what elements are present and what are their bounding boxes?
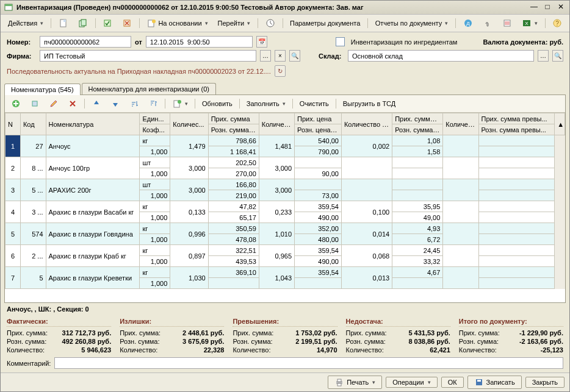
firm-select-button[interactable]: … xyxy=(260,50,271,62)
col-psum[interactable]: Прих. сумма xyxy=(208,113,259,124)
minimize-button[interactable]: — xyxy=(529,3,539,12)
attach-button[interactable] xyxy=(479,16,496,30)
tab-nomenclature-inv[interactable]: Номенклатура для инвентаризации (0) xyxy=(82,83,216,94)
summary-header: Излишки: xyxy=(120,318,224,327)
tabstrip: Номенклатура (545) Номенклатура для инве… xyxy=(1,83,569,94)
svg-rect-3 xyxy=(63,20,66,22)
col-rprice[interactable]: Розн. цена (... xyxy=(295,124,342,135)
plus-icon xyxy=(11,99,21,109)
from-label: от xyxy=(135,38,142,46)
goto-menu[interactable]: Перейти xyxy=(214,18,254,29)
table-row[interactable]: 75Арахис в глазури Креветкикг1,030369,10… xyxy=(5,267,565,278)
calendar-button[interactable]: 📅 xyxy=(256,36,267,48)
delete-row-button[interactable] xyxy=(64,97,81,110)
list-button[interactable] xyxy=(499,16,516,30)
col-rsum-d[interactable]: Розн. сумма ... xyxy=(392,124,443,135)
number-field[interactable] xyxy=(40,36,131,48)
nomenclature-grid: N Код Номенклатура Един... Количес... Пр… xyxy=(5,113,565,289)
print-button[interactable]: Печать xyxy=(328,376,382,389)
main-toolbar: Действия На основании Перейти Параметры … xyxy=(1,15,569,32)
move-down-button[interactable] xyxy=(107,97,124,110)
col-psum-d[interactable]: Прих. сумма ... xyxy=(392,113,443,124)
save-button[interactable]: Записать xyxy=(467,376,522,389)
summary-panel: Фактически:Излишки:Превышения:Недостача:… xyxy=(1,315,569,355)
tab-body: Обновить Заполнить Очистить Выгрузить в … xyxy=(4,94,566,303)
actions-menu[interactable]: Действия xyxy=(4,18,47,29)
help-button[interactable]: ? xyxy=(549,16,566,30)
dt-button[interactable]: Д xyxy=(460,16,477,30)
close-button[interactable]: ✕ xyxy=(556,3,566,12)
sort-desc-button[interactable] xyxy=(145,97,162,110)
firm-lookup-button[interactable]: 🔍 xyxy=(289,50,300,62)
excel-button[interactable]: X xyxy=(518,16,541,30)
col-qty-fact[interactable]: Количе... факт xyxy=(259,113,294,135)
maximize-button[interactable]: □ xyxy=(543,3,552,12)
col-name[interactable]: Номенклатура xyxy=(46,113,140,135)
col-qty-diff[interactable]: Количество расхожде... xyxy=(341,113,392,135)
selection-info: Анчоус, , ШК: , Секция: 0 xyxy=(1,303,569,315)
table-row[interactable]: 28 ...Анчоус 100гршт3,000202,503,000 xyxy=(5,157,565,168)
store-select-button[interactable]: … xyxy=(538,50,549,62)
store-lookup-button[interactable]: 🔍 xyxy=(552,50,563,62)
refresh-icon: ↻ xyxy=(278,68,283,74)
col-qty[interactable]: Количес... xyxy=(170,113,208,135)
history-button[interactable] xyxy=(262,16,279,30)
ok-button[interactable]: ОК xyxy=(441,377,464,388)
col-n[interactable]: N xyxy=(5,113,21,135)
clear-button[interactable]: Очистить xyxy=(296,98,333,109)
comment-label: Комментарий: xyxy=(7,360,51,367)
edit-row-button[interactable] xyxy=(45,97,62,110)
search-icon: 🔍 xyxy=(291,52,298,59)
col-psum-e[interactable]: Прих. сумма превы... xyxy=(478,113,555,124)
move-up-button[interactable] xyxy=(88,97,105,110)
add-row-button[interactable] xyxy=(7,97,24,110)
doc-params-button[interactable]: Параметры документа xyxy=(286,18,364,29)
firm-field[interactable] xyxy=(40,50,256,62)
date-field[interactable] xyxy=(146,36,253,48)
summary-cell: Розн. сумма:8 038,86 руб. xyxy=(346,338,450,345)
edit-icon xyxy=(49,99,59,109)
svg-rect-19 xyxy=(32,101,37,106)
svg-rect-23 xyxy=(337,379,341,382)
operations-button[interactable]: Операции xyxy=(386,377,437,388)
table-row[interactable]: 43 ...Арахис в глазури Васаби кгкг0,1334… xyxy=(5,201,565,212)
copy-doc-button[interactable] xyxy=(74,16,92,30)
col-pprice[interactable]: Прих. цена xyxy=(295,113,342,124)
comment-field[interactable] xyxy=(54,357,563,369)
col-code[interactable]: Код xyxy=(20,113,46,135)
tab-nomenclature[interactable]: Номенклатура (545) xyxy=(4,84,81,95)
delete-icon xyxy=(68,99,78,109)
sequence-refresh-button[interactable]: ↻ xyxy=(275,65,286,77)
fill-menu[interactable]: Заполнить xyxy=(243,98,289,109)
table-row[interactable]: 127Анчоускг1,479798,661,481540,000,0021,… xyxy=(5,135,565,146)
titlebar: Инвентаризация (Проведен) пч000000000006… xyxy=(1,1,569,15)
based-on-menu[interactable]: На основании xyxy=(143,16,211,30)
ingredients-checkbox[interactable] xyxy=(336,37,345,46)
post-button[interactable] xyxy=(99,16,116,30)
table-row[interactable]: 62 ...Арахис в глазури Краб кгкг0,897322… xyxy=(5,245,565,256)
new-doc-button[interactable] xyxy=(55,16,72,30)
unpost-button[interactable] xyxy=(118,16,135,30)
grid-scroll-area[interactable]: N Код Номенклатура Един... Количес... Пр… xyxy=(5,113,565,302)
col-unit[interactable]: Един... xyxy=(140,113,170,124)
app-icon xyxy=(4,3,13,12)
col-qty-exc[interactable]: Количес... превыш... xyxy=(443,113,478,135)
table-row[interactable]: 35 ...АРАХИС 200гшт3,000166,803,000 xyxy=(5,179,565,190)
firm-clear-button[interactable]: × xyxy=(275,50,286,62)
table-row[interactable]: 5574Арахис в глазури Говядинакг0,996350,… xyxy=(5,223,565,234)
refresh-button[interactable]: Обновить xyxy=(198,98,236,109)
sort-asc-button[interactable] xyxy=(126,97,143,110)
summary-cell: Прих. сумма:5 431,53 руб. xyxy=(346,329,450,337)
close-footer-button[interactable]: Закрыть xyxy=(525,377,565,388)
col-rsum-e[interactable]: Розн. сумма превы... xyxy=(478,124,555,135)
fill-icon xyxy=(172,99,182,109)
doc-reports-menu[interactable]: Отчеты по документу xyxy=(372,18,452,29)
store-field[interactable] xyxy=(348,50,534,62)
copy-row-button[interactable] xyxy=(26,97,43,110)
col-coef[interactable]: Коэф... xyxy=(140,124,170,135)
arrow-up-icon xyxy=(92,99,101,109)
col-rsum[interactable]: Розн. сумма (... xyxy=(208,124,259,135)
export-tsd-button[interactable]: Выгрузить в ТСД xyxy=(339,98,400,109)
fill-from-button[interactable] xyxy=(168,97,192,110)
svg-rect-1 xyxy=(5,4,12,6)
